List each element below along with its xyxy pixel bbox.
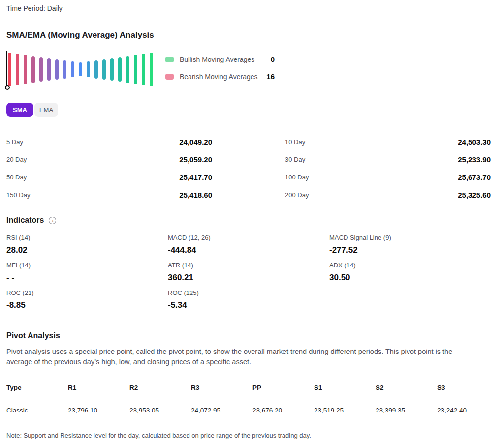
pivot-table-row-classic: Classic 23,796.10 23,953.05 24,072.95 23… [6, 398, 491, 414]
ma-row-5day: 5 Day 24,049.20 [6, 133, 212, 150]
indicator-rsi: RSI (14) 28.02 [6, 234, 168, 256]
indicator-label: MACD Signal Line (9) [329, 234, 491, 242]
legend-item-bullish: Bullish Moving Averages 0 [165, 56, 275, 63]
ma-value: 25,673.70 [458, 173, 491, 181]
sma-ema-toggle: SMA EMA [6, 103, 491, 117]
ma-row-30day: 30 Day 25,233.90 [285, 150, 491, 168]
gauge-bar [63, 60, 66, 79]
indicator-mfi: MFI (14) - - [6, 262, 168, 283]
indicator-value: 360.21 [168, 272, 329, 283]
pivot-col-r1: R1 [68, 384, 129, 391]
gauge-bar [55, 59, 59, 80]
gauge-bar [150, 53, 153, 86]
info-icon[interactable]: i [49, 217, 56, 224]
gauge-bar [32, 56, 35, 83]
moving-average-gauge-row: Bullish Moving Averages 0 Bearish Moving… [6, 50, 491, 90]
gauge-needle-knob [5, 85, 10, 90]
pivot-cell-r1: 23,796.10 [68, 407, 129, 414]
bullish-count: 0 [271, 55, 275, 63]
indicators-title: Indicators [6, 216, 44, 225]
gauge-bar [134, 55, 137, 84]
sma-toggle-button[interactable]: SMA [6, 103, 33, 117]
ma-label: 30 Day [285, 156, 305, 163]
indicator-roc125: ROC (125) -5.34 [168, 289, 329, 311]
pivot-cell-s1: 23,519.25 [314, 407, 376, 414]
pivot-note: Note: Support and Resistance level for t… [6, 432, 491, 439]
time-period-label: Time Period: Daily [6, 4, 491, 12]
gauge-bar [118, 57, 122, 82]
indicator-value: -444.84 [168, 245, 329, 256]
gauge-bar [142, 54, 145, 85]
sentiment-gauge [6, 50, 154, 89]
ma-label: 200 Day [285, 191, 309, 199]
ma-row-150day: 150 Day 25,418.60 [6, 186, 212, 204]
gauge-bar [8, 53, 11, 86]
gauge-bar [24, 55, 27, 84]
pivot-table-header: Type R1 R2 R3 PP S1 S2 S3 [6, 384, 491, 398]
pivot-description: Pivot analysis uses a special price poin… [6, 347, 475, 367]
ma-value: 25,417.70 [179, 173, 212, 181]
pivot-cell-r3: 24,072.95 [191, 407, 252, 414]
indicators-grid: RSI (14) 28.02 MACD (12, 26) -444.84 MAC… [6, 234, 491, 317]
indicator-value: - - [6, 272, 168, 283]
pivot-cell-r2: 23,953.05 [129, 407, 191, 414]
gauge-bar [71, 61, 74, 77]
indicator-macd: MACD (12, 26) -444.84 [168, 234, 329, 256]
indicator-label: ROC (125) [168, 289, 329, 297]
gauge-bar [47, 58, 51, 81]
pivot-col-type: Type [6, 384, 68, 391]
ma-value: 24,049.20 [179, 138, 212, 146]
stock-analysis-page: Time Period: Daily SMA/EMA (Moving Avera… [0, 0, 504, 441]
gauge-bar [39, 57, 43, 82]
indicator-label: RSI (14) [6, 234, 168, 242]
indicator-label: ROC (21) [6, 289, 168, 297]
gauge-legend: Bullish Moving Averages 0 Bearish Moving… [165, 50, 275, 90]
gauge-bars [6, 50, 154, 89]
ma-row-200day: 200 Day 25,325.60 [285, 186, 491, 204]
pivot-cell-s3: 23,242.40 [437, 407, 491, 414]
pivot-table: Type R1 R2 R3 PP S1 S2 S3 Classic 23,796… [6, 384, 491, 414]
pivot-col-r3: R3 [191, 384, 252, 391]
ma-row-100day: 100 Day 25,673.70 [285, 168, 491, 186]
indicator-value: -5.34 [168, 300, 329, 311]
ma-row-20day: 20 Day 25,059.20 [6, 150, 212, 168]
indicator-label: ATR (14) [168, 262, 329, 269]
indicator-atr: ATR (14) 360.21 [168, 262, 329, 283]
bullish-label: Bullish Moving Averages [180, 56, 271, 63]
gauge-bar [16, 54, 19, 85]
gauge-bar [79, 62, 82, 76]
bearish-label: Bearish Moving Averages [180, 73, 266, 81]
ma-label: 20 Day [6, 156, 27, 163]
gauge-needle [6, 51, 7, 87]
pivot-cell-s2: 23,399.35 [376, 407, 437, 414]
ma-label: 10 Day [285, 138, 305, 146]
indicator-value: 28.02 [6, 245, 168, 256]
indicator-value: 30.50 [329, 272, 491, 283]
pivot-col-s1: S1 [314, 384, 376, 391]
pivot-col-s3: S3 [437, 384, 491, 391]
ma-row-10day: 10 Day 24,503.30 [285, 133, 491, 150]
ma-label: 100 Day [285, 174, 309, 181]
bearish-swatch [165, 74, 174, 80]
ma-value: 25,233.90 [458, 155, 491, 164]
sma-section-title: SMA/EMA (Moving Average) Analysis [6, 30, 491, 40]
ma-label: 150 Day [6, 191, 30, 199]
indicator-label: ADX (14) [329, 262, 491, 269]
ema-toggle-button[interactable]: EMA [34, 103, 58, 117]
gauge-bar [126, 56, 129, 83]
bearish-count: 16 [266, 72, 275, 81]
indicator-roc21: ROC (21) -8.85 [6, 289, 168, 311]
indicators-header: Indicators i [6, 216, 491, 225]
ma-value: 25,059.20 [179, 155, 212, 164]
ma-label: 50 Day [6, 174, 27, 181]
gauge-bar [87, 61, 90, 77]
ma-value: 25,325.60 [458, 191, 491, 199]
pivot-col-r2: R2 [129, 384, 191, 391]
pivot-col-s2: S2 [376, 384, 437, 391]
ma-row-50day: 50 Day 25,417.70 [6, 168, 212, 186]
indicator-value: -277.52 [329, 245, 491, 256]
ma-value: 24,503.30 [458, 138, 491, 146]
indicator-label: MFI (14) [6, 262, 168, 269]
gauge-bar [102, 59, 106, 80]
indicator-macd-signal: MACD Signal Line (9) -277.52 [329, 234, 491, 256]
